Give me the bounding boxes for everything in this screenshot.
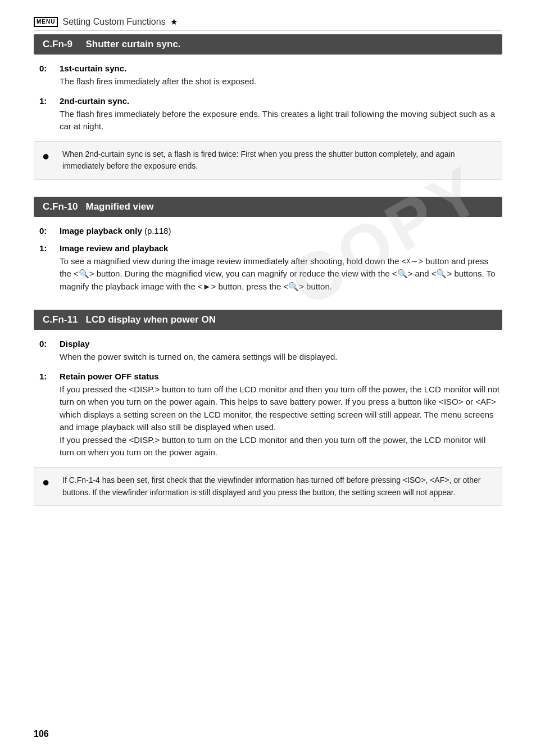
option-title: Retain power OFF status: [60, 372, 159, 381]
page-number: 106: [34, 729, 49, 739]
option-title: Display: [60, 339, 89, 348]
note-text: When 2nd-curtain sync is set, a flash is…: [62, 148, 494, 173]
option-desc: The flash fires immediately before the e…: [60, 108, 502, 133]
option-number: 0:: [39, 339, 51, 348]
option-cfn11-0: 0: Display When the power switch is turn…: [34, 339, 502, 364]
section-cfn9-header: C.Fn-9 Shutter curtain sync.: [34, 34, 502, 55]
option-cfn9-1: 1: 2nd-curtain sync. The flash fires imm…: [34, 96, 502, 133]
note-text: If C.Fn-1-4 has been set, first check th…: [62, 474, 494, 499]
cfn9-note: ● When 2nd-curtain sync is set, a flash …: [34, 141, 502, 180]
header-asterisk: ★: [170, 17, 178, 27]
section-cfn10: C.Fn-10 Magnified view 0: Image playback…: [34, 197, 502, 293]
option-number: 0:: [39, 226, 51, 236]
option-desc: When the power switch is turned on, the …: [60, 351, 502, 364]
option-desc: To see a magnified view during the image…: [60, 255, 502, 293]
option-title: Image review and playback: [60, 243, 168, 253]
menu-icon: MENU: [34, 17, 58, 27]
option-title: 2nd-curtain sync.: [60, 96, 129, 106]
option-number: 1:: [39, 243, 51, 253]
section-cfn10-header: C.Fn-10 Magnified view: [34, 197, 502, 217]
option-cfn9-0: 0: 1st-curtain sync. The flash fires imm…: [34, 64, 502, 88]
option-desc: The flash fires immediately after the sh…: [60, 75, 502, 88]
option-title: 1st-curtain sync.: [60, 64, 126, 73]
option-title: Image playback only (p.118): [60, 226, 171, 236]
section-cfn11: C.Fn-11 LCD display when power ON 0: Dis…: [34, 310, 502, 506]
cfn11-note: ● If C.Fn-1-4 has been set, first check …: [34, 467, 502, 506]
option-cfn10-1: 1: Image review and playback To see a ma…: [34, 243, 502, 293]
option-desc: If you pressed the <DISP.> button to tur…: [60, 383, 502, 459]
content-area: C.Fn-9 Shutter curtain sync. 0: 1st-curt…: [34, 34, 502, 506]
page-header: MENU Setting Custom Functions ★: [34, 17, 502, 31]
option-number: 1:: [39, 372, 51, 381]
note-icon: ●: [42, 149, 56, 164]
section-cfn9: C.Fn-9 Shutter curtain sync. 0: 1st-curt…: [34, 34, 502, 180]
section-cfn11-header: C.Fn-11 LCD display when power ON: [34, 310, 502, 330]
option-cfn10-0: 0: Image playback only (p.118): [34, 226, 502, 236]
option-number: 1:: [39, 96, 51, 106]
option-number: 0:: [39, 64, 51, 73]
page-title: Setting Custom Functions: [62, 17, 165, 27]
note-icon: ●: [42, 475, 56, 490]
option-cfn11-1: 1: Retain power OFF status If you presse…: [34, 372, 502, 459]
